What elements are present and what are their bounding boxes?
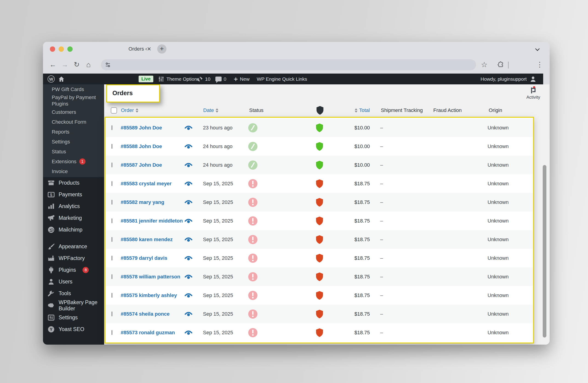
wp-logo-icon[interactable]: W xyxy=(48,74,55,84)
forward-icon[interactable]: → xyxy=(61,56,68,74)
order-link[interactable]: #85578 william patterson xyxy=(121,274,180,280)
sidebar-menu-item[interactable]: Tools xyxy=(43,288,104,299)
sidebar-submenu-item[interactable]: Status xyxy=(43,147,104,157)
select-all-checkbox[interactable] xyxy=(111,105,117,116)
browser-tab-title[interactable]: Orders ‹ xyxy=(128,42,147,56)
sidebar-menu-item[interactable]: Products xyxy=(43,177,104,189)
row-checkbox[interactable] xyxy=(111,144,112,149)
preview-eye-icon[interactable] xyxy=(185,255,192,261)
preview-eye-icon[interactable] xyxy=(185,293,192,298)
submenu-item-label: Extensions xyxy=(52,158,77,165)
user-avatar-icon[interactable] xyxy=(530,74,536,84)
close-window-button[interactable] xyxy=(50,46,55,52)
row-checkbox[interactable] xyxy=(111,275,112,279)
sidebar-menu-item[interactable]: Plugins 8 xyxy=(43,264,104,276)
sidebar-submenu-item[interactable]: Checkout Form xyxy=(43,117,104,127)
clock-status-icon xyxy=(248,142,258,151)
sidebar-menu-item[interactable]: Payments xyxy=(43,189,104,200)
row-checkbox[interactable] xyxy=(111,163,112,167)
theme-options-item[interactable]: Theme Options xyxy=(158,74,200,84)
sidebar-submenu-item[interactable]: Invoice xyxy=(43,167,104,176)
sidebar-submenu-item[interactable]: Settings xyxy=(43,137,104,147)
row-checkbox[interactable] xyxy=(111,293,112,298)
order-link[interactable]: #85573 ronald guzman xyxy=(121,330,175,336)
comments-item[interactable]: 0 xyxy=(215,74,226,84)
sidebar-menu-item[interactable]: Appearance xyxy=(43,241,104,253)
sidebar-menu-item[interactable]: Marketing xyxy=(43,212,104,224)
wp-engine-quick-links[interactable]: WP Engine Quick Links xyxy=(257,74,307,84)
preview-eye-icon[interactable] xyxy=(185,237,192,242)
howdy-account[interactable]: Howdy, pluginsupport xyxy=(481,74,527,84)
wp-admin-page: PW Gift Cards PayPal by Payment Plugins … xyxy=(43,84,550,345)
reload-icon[interactable]: ↻ xyxy=(74,56,80,74)
sidebar-submenu-item[interactable]: PayPal by Payment Plugins xyxy=(43,94,104,107)
column-date-sort[interactable]: Date xyxy=(203,105,218,116)
row-checkbox[interactable] xyxy=(111,256,112,260)
new-content-item[interactable]: + New xyxy=(234,74,250,84)
sidebar-menu-item[interactable]: Yoast SEO xyxy=(43,323,104,335)
new-tab-button[interactable]: + xyxy=(157,44,167,54)
preview-eye-icon[interactable] xyxy=(185,311,192,317)
preview-eye-icon[interactable] xyxy=(185,125,192,130)
order-link[interactable]: #85579 darryl davis xyxy=(121,255,167,261)
page-scrollbar[interactable] xyxy=(543,165,546,338)
sidebar-menu-item[interactable]: Analytics xyxy=(43,200,104,212)
sidebar-submenu-item[interactable]: Customers xyxy=(43,107,104,117)
extensions-puzzle-icon[interactable] xyxy=(497,56,504,74)
order-link[interactable]: #85575 kimberly ashley xyxy=(121,292,177,298)
order-link[interactable]: #85574 sheila ponce xyxy=(121,311,170,317)
order-link[interactable]: #85588 John Doe xyxy=(121,144,162,149)
tab-close-icon[interactable]: ✕ xyxy=(147,42,151,56)
order-link[interactable]: #85583 crystal meyer xyxy=(121,181,171,187)
preview-eye-icon[interactable] xyxy=(185,181,192,187)
preview-eye-icon[interactable] xyxy=(185,218,192,224)
browser-menu-icon[interactable]: ⋮ xyxy=(536,56,543,74)
column-risk-shield-icon[interactable] xyxy=(316,105,323,116)
minimize-window-button[interactable] xyxy=(59,46,64,52)
preview-eye-icon[interactable] xyxy=(185,162,192,168)
url-bar[interactable] xyxy=(101,59,476,70)
row-checkbox[interactable] xyxy=(111,219,112,223)
sidebar-menu-item[interactable]: Users xyxy=(43,276,104,288)
sidebar-submenu-item[interactable]: Reports xyxy=(43,127,104,137)
column-order-sort[interactable]: Order xyxy=(121,105,138,116)
shield-risk-icon xyxy=(316,272,323,281)
sidebar-submenu-item[interactable]: PW Gift Cards xyxy=(43,84,104,94)
sidebar-menu-item[interactable]: Settings xyxy=(43,312,104,323)
order-link[interactable]: #85582 mary yang xyxy=(121,199,164,205)
preview-eye-icon[interactable] xyxy=(185,200,192,205)
row-checkbox[interactable] xyxy=(111,312,112,316)
preview-eye-icon[interactable] xyxy=(185,274,192,279)
row-checkbox[interactable] xyxy=(111,126,112,130)
activity-button[interactable]: Activity xyxy=(523,86,544,100)
order-link[interactable]: #85580 karen mendez xyxy=(121,236,173,243)
sidebar-menu-item[interactable]: WPFactory xyxy=(43,253,104,264)
row-checkbox[interactable] xyxy=(111,331,112,335)
sidebar-submenu-item[interactable]: Extensions 1 xyxy=(43,157,104,167)
sidebar-menu-item[interactable]: WPBakery Page Builder xyxy=(43,299,104,312)
table-row: #85587 John Doe 24 hours ago $10.00 – Un… xyxy=(105,156,533,174)
row-checkbox[interactable] xyxy=(111,200,112,204)
sidebar-menu-item[interactable]: Mailchimp xyxy=(43,224,104,236)
submenu-item-label: Invoice xyxy=(52,168,68,175)
row-checkbox[interactable] xyxy=(111,237,112,242)
home-icon[interactable]: ⌂ xyxy=(86,56,91,74)
back-icon[interactable]: ← xyxy=(49,56,56,74)
order-link[interactable]: #85587 John Doe xyxy=(121,162,162,168)
site-home-icon[interactable] xyxy=(58,74,64,84)
bookmark-star-icon[interactable]: ☆ xyxy=(481,56,487,74)
failed-status-icon xyxy=(248,235,258,244)
order-origin: Unknown xyxy=(487,199,509,205)
order-link[interactable]: #85581 jennifer middleton xyxy=(121,218,183,224)
updates-item[interactable]: 10 xyxy=(197,74,210,84)
preview-eye-icon[interactable] xyxy=(185,330,192,335)
tune-icon[interactable] xyxy=(104,61,111,68)
row-checkbox[interactable] xyxy=(111,182,112,186)
chevron-down-icon[interactable] xyxy=(535,46,540,51)
preview-eye-icon[interactable] xyxy=(185,144,192,149)
maximize-window-button[interactable] xyxy=(67,46,73,52)
shield-risk-icon xyxy=(316,310,323,319)
orders-table-header: Order Date Status Total Shipment Trackin… xyxy=(104,105,550,116)
order-link[interactable]: #85589 John Doe xyxy=(121,125,162,131)
column-total-sort[interactable]: Total xyxy=(350,105,370,116)
